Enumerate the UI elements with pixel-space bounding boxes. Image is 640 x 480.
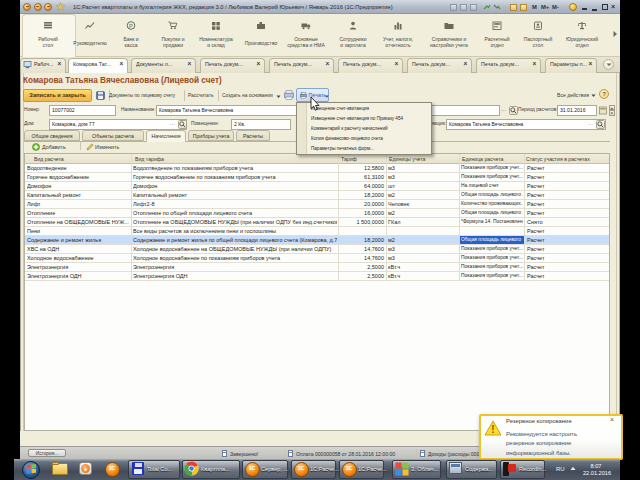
svg-text:!: ! <box>491 424 494 435</box>
svg-text:P: P <box>129 23 133 29</box>
